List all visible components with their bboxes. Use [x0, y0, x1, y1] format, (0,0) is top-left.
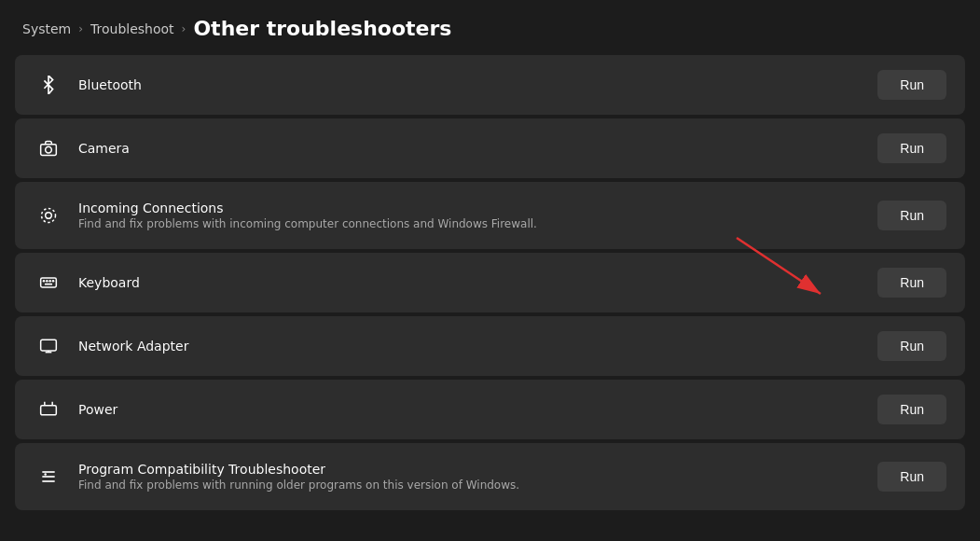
item-text-network-adapter: Network Adapter: [78, 339, 863, 354]
troubleshooter-item-incoming-connections: Incoming Connections Find and fix proble…: [15, 182, 965, 249]
keyboard-icon: [34, 268, 63, 298]
item-text-bluetooth: Bluetooth: [78, 77, 863, 92]
troubleshooter-item-camera: Camera Run: [15, 118, 965, 178]
svg-point-2: [46, 213, 52, 219]
bluetooth-icon: [34, 70, 63, 100]
run-button-camera[interactable]: Run: [877, 133, 946, 163]
item-title-program-compatibility: Program Compatibility Troubleshooter: [78, 462, 863, 477]
svg-rect-10: [41, 340, 57, 351]
incoming-icon: [34, 201, 63, 230]
run-button-incoming-connections[interactable]: Run: [877, 201, 946, 230]
item-title-camera: Camera: [78, 141, 863, 156]
item-title-network-adapter: Network Adapter: [78, 339, 863, 354]
troubleshooter-item-keyboard: Keyboard Run: [15, 253, 965, 312]
run-button-network-adapter[interactable]: Run: [877, 331, 946, 361]
item-text-camera: Camera: [78, 141, 863, 156]
camera-icon: [34, 133, 63, 163]
run-button-program-compatibility[interactable]: Run: [877, 462, 946, 492]
item-title-power: Power: [78, 402, 863, 417]
item-text-incoming-connections: Incoming Connections Find and fix proble…: [78, 201, 863, 230]
item-text-program-compatibility: Program Compatibility Troubleshooter Fin…: [78, 462, 863, 492]
svg-rect-4: [41, 278, 57, 287]
breadcrumb-system[interactable]: System: [22, 21, 71, 36]
breadcrumb: System › Troubleshoot › Other troublesho…: [0, 0, 980, 55]
breadcrumb-sep-1: ›: [78, 22, 83, 35]
network-icon: [34, 331, 63, 361]
svg-point-1: [46, 146, 52, 153]
breadcrumb-sep-2: ›: [182, 22, 186, 35]
run-button-keyboard[interactable]: Run: [877, 268, 946, 298]
item-title-keyboard: Keyboard: [78, 275, 863, 290]
item-text-power: Power: [78, 402, 863, 417]
troubleshooter-item-network-adapter: Network Adapter Run: [15, 316, 965, 376]
troubleshooter-item-bluetooth: Bluetooth Run: [15, 55, 965, 115]
troubleshooter-item-program-compatibility: Program Compatibility Troubleshooter Fin…: [15, 443, 965, 510]
item-title-incoming-connections: Incoming Connections: [78, 201, 863, 215]
power-icon: [34, 395, 63, 424]
program-icon: [34, 462, 63, 492]
run-button-bluetooth[interactable]: Run: [877, 70, 946, 100]
breadcrumb-troubleshoot[interactable]: Troubleshoot: [90, 21, 174, 36]
svg-rect-13: [41, 406, 57, 415]
item-desc-incoming-connections: Find and fix problems with incoming comp…: [78, 217, 863, 230]
item-text-keyboard: Keyboard: [78, 275, 863, 290]
run-button-power[interactable]: Run: [877, 395, 946, 424]
item-desc-program-compatibility: Find and fix problems with running older…: [78, 479, 863, 492]
troubleshooter-item-power: Power Run: [15, 380, 965, 439]
page-title: Other troubleshooters: [193, 17, 451, 40]
troubleshooter-list: Bluetooth Run Camera Run Incoming Connec…: [0, 55, 980, 541]
svg-point-3: [42, 209, 56, 223]
item-title-bluetooth: Bluetooth: [78, 77, 863, 92]
